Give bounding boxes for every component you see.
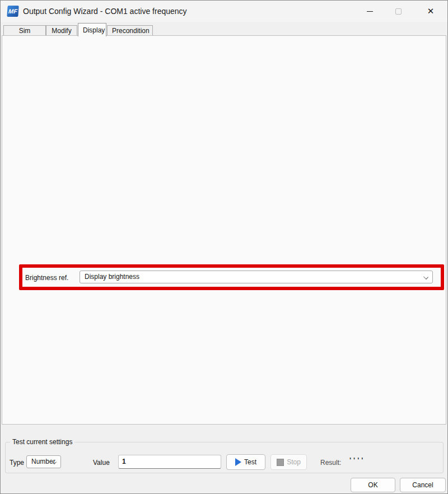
close-button[interactable]: ✕ <box>418 1 444 22</box>
ok-button[interactable]: OK <box>351 478 395 492</box>
chevron-down-icon <box>423 274 428 279</box>
stop-icon <box>277 459 284 466</box>
test-settings-legend: Test current settings <box>10 438 74 446</box>
test-type-label: Type <box>10 459 24 467</box>
minimize-button[interactable] <box>357 1 382 22</box>
brightness-ref-dropdown[interactable]: Display brightness <box>80 271 433 283</box>
test-button-label: Test <box>244 458 256 466</box>
tab-precondition[interactable]: Precondition <box>107 25 153 36</box>
tab-modify[interactable]: Modify <box>46 25 77 36</box>
cancel-button-label: Cancel <box>412 481 433 489</box>
test-settings-group: Test current settings <box>5 442 444 473</box>
play-icon <box>235 458 241 466</box>
brightness-ref-dropdown-value: Display brightness <box>85 273 139 281</box>
mobiflight-logo-icon: MF <box>7 6 18 17</box>
tab-sim-variable[interactable]: Sim Variable <box>3 25 46 36</box>
result-label: Result: <box>320 459 341 467</box>
minimize-icon <box>367 11 373 12</box>
tab-display[interactable]: Display <box>78 23 106 36</box>
output-config-wizard-window: MF Output Config Wizard - COM1 active fr… <box>0 0 448 494</box>
test-value-input[interactable]: 1 <box>118 455 221 469</box>
window-title: Output Config Wizard - COM1 active frequ… <box>23 7 187 16</box>
test-type-dropdown[interactable]: Number <box>26 455 61 468</box>
maximize-icon <box>395 8 402 15</box>
ok-button-label: OK <box>368 481 377 489</box>
maximize-button <box>385 1 411 22</box>
test-value-label: Value <box>93 459 110 467</box>
title-bar: MF Output Config Wizard - COM1 active fr… <box>1 1 447 22</box>
result-value: '''' <box>349 456 365 464</box>
close-icon: ✕ <box>427 6 435 16</box>
stop-button-label: Stop <box>287 458 301 466</box>
test-button[interactable]: Test <box>226 454 265 470</box>
stop-button: Stop <box>270 454 307 470</box>
display-tab-page <box>2 35 446 425</box>
brightness-ref-label: Brightness ref. <box>25 274 68 282</box>
cancel-button[interactable]: Cancel <box>400 478 446 492</box>
